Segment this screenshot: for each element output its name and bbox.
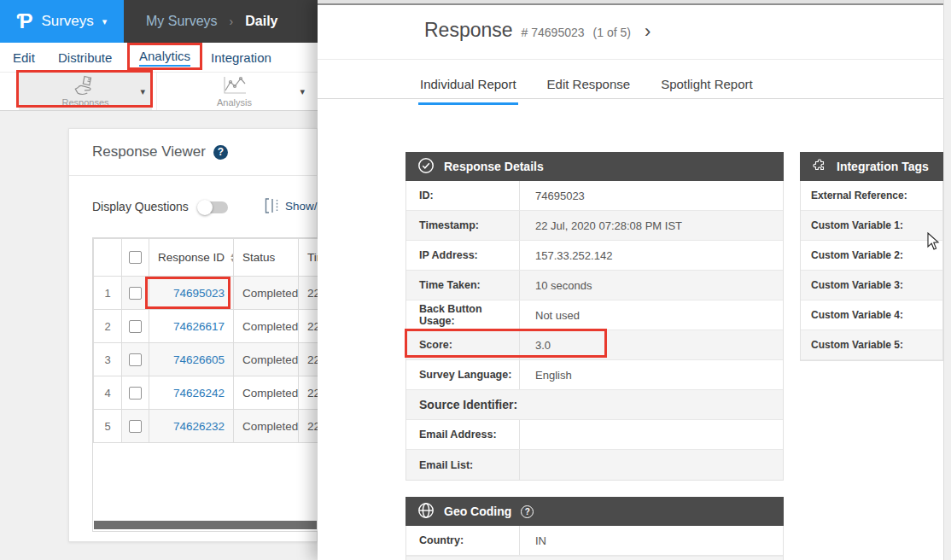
show-hide-columns-button[interactable]: Show/H xyxy=(285,200,318,213)
response-id-column-header[interactable]: Response ID▲▼ xyxy=(149,239,234,277)
response-detail-panel: Response # 74695023 (1 of 5) › Individua… xyxy=(318,0,951,560)
detail-label: ID: xyxy=(406,181,520,210)
row-checkbox-cell xyxy=(122,410,149,443)
detail-value: English xyxy=(520,369,572,382)
tag-row: Custom Variable 1: xyxy=(801,211,942,241)
panel-top-divider xyxy=(318,3,951,5)
time-cell: 22/ xyxy=(299,376,318,410)
row-checkbox[interactable] xyxy=(129,287,142,300)
response-ref: # 74695023 xyxy=(522,26,585,39)
table-row: 5 74626232 Completed 22/ xyxy=(94,410,318,443)
geo-coding-help-icon[interactable]: ? xyxy=(521,505,534,518)
detail-row: Survey Language: English xyxy=(406,360,783,390)
tag-row: Custom Variable 5: xyxy=(801,330,942,360)
surveys-menu-button[interactable]: Ƥ Surveys ▾ xyxy=(0,0,124,43)
response-id-link[interactable]: 74626242 xyxy=(149,376,234,410)
top-navigation-bar: Ƥ Surveys ▾ My Surveys › Daily xyxy=(0,0,318,43)
status-cell: Completed xyxy=(234,277,299,310)
check-circle-icon xyxy=(417,157,435,177)
detail-label: Timestamp: xyxy=(406,211,520,240)
response-viewer-help-icon[interactable]: ? xyxy=(213,145,228,160)
detail-value: 74695023 xyxy=(520,190,585,202)
tabs-divider xyxy=(318,98,951,99)
row-checkbox-cell xyxy=(122,310,149,343)
breadcrumb-separator-icon: › xyxy=(230,15,234,28)
horizontal-scrollbar[interactable] xyxy=(94,521,317,529)
select-all-checkbox-cell xyxy=(122,239,149,277)
next-response-chevron-icon[interactable]: › xyxy=(645,22,651,41)
integration-tags-title: Integration Tags xyxy=(837,160,929,173)
chevron-down-icon: ▾ xyxy=(102,17,108,26)
analytics-toolbar: ▾ Responses ▾ Analysis xyxy=(0,72,318,111)
row-number: 3 xyxy=(94,343,122,376)
response-id-link[interactable]: 74626232 xyxy=(149,410,234,443)
report-tabs: Individual Report Edit Response Spotligh… xyxy=(418,72,755,105)
row-checkbox-cell xyxy=(122,376,149,410)
breadcrumb-my-surveys[interactable]: My Surveys xyxy=(146,14,218,29)
table-row: 4 74626242 Completed 22/ xyxy=(94,376,318,410)
status-column-header: Status xyxy=(234,239,299,277)
responses-dropdown-caret-icon[interactable]: ▾ xyxy=(140,86,145,97)
tab-spotlight-report[interactable]: Spotlight Report xyxy=(659,72,755,105)
detail-row: ID: 74695023 xyxy=(406,181,783,211)
row-number: 1 xyxy=(94,277,122,310)
status-cell: Completed xyxy=(234,343,299,376)
tab-edit[interactable]: Edit xyxy=(13,43,35,72)
status-cell: Completed xyxy=(234,310,299,343)
detail-label: Email Address: xyxy=(406,420,520,449)
response-id-link[interactable]: 74626605 xyxy=(149,343,234,376)
detail-value: Not used xyxy=(520,309,580,322)
response-viewer-header: Response Viewer ? xyxy=(69,129,317,176)
vertical-scrollbar[interactable] xyxy=(943,0,951,560)
detail-value: 3.0 xyxy=(520,339,551,352)
integration-tags-section: Integration Tags External Reference: Cus… xyxy=(800,152,943,361)
surveys-menu-label: Surveys xyxy=(41,13,93,30)
row-number-header xyxy=(94,239,122,277)
response-id-link[interactable]: 74695023 xyxy=(149,277,234,310)
response-id-link[interactable]: 74626617 xyxy=(149,310,234,343)
detail-label: Country: xyxy=(406,526,520,555)
analysis-dropdown-caret-icon[interactable]: ▾ xyxy=(300,86,305,97)
display-questions-label: Display Questions xyxy=(92,200,189,213)
row-checkbox[interactable] xyxy=(129,387,142,400)
time-cell: 22/ xyxy=(299,410,318,443)
analysis-tool-button[interactable]: ▾ Analysis xyxy=(156,73,312,110)
puzzle-icon xyxy=(812,158,827,176)
responses-tool-label: Responses xyxy=(19,97,152,108)
response-details-header: Response Details xyxy=(405,152,784,181)
tab-individual-report[interactable]: Individual Report xyxy=(418,72,518,105)
row-checkbox-cell xyxy=(122,343,149,376)
table-row: 3 74626605 Completed 22/ xyxy=(94,343,318,376)
row-number: 5 xyxy=(94,410,122,443)
mouse-cursor xyxy=(927,232,940,254)
geo-coding-title: Geo Coding xyxy=(444,505,511,518)
tab-integration[interactable]: Integration xyxy=(211,43,271,72)
responses-tool-button[interactable]: ▾ Responses xyxy=(19,73,152,110)
table-row: 1 74695023 Completed 22/ xyxy=(94,277,318,310)
breadcrumb: My Surveys › Daily xyxy=(124,0,278,43)
tab-analytics[interactable]: Analytics xyxy=(139,43,190,72)
responses-table: Response ID▲▼ Status Tim 1 74695023 Comp… xyxy=(92,237,318,532)
row-number: 2 xyxy=(94,310,122,343)
select-all-checkbox[interactable] xyxy=(129,251,142,264)
sort-icon[interactable]: ▲▼ xyxy=(230,253,233,263)
tab-edit-response[interactable]: Edit Response xyxy=(546,72,633,105)
row-checkbox[interactable] xyxy=(129,320,142,333)
geo-coding-header: Geo Coding ? xyxy=(405,497,784,526)
time-cell: 22/ xyxy=(299,343,318,376)
detail-label: Survey Language: xyxy=(406,360,520,389)
detail-value: 157.33.252.142 xyxy=(520,249,612,262)
detail-row: Source Identifier: xyxy=(406,390,783,420)
integration-tags-header: Integration Tags xyxy=(800,152,943,181)
tag-row: External Reference: xyxy=(801,181,942,211)
tab-distribute[interactable]: Distribute xyxy=(58,43,112,72)
table-row: 2 74626617 Completed 22/ xyxy=(94,310,318,343)
detail-row: Time Taken: 10 seconds xyxy=(406,271,783,300)
display-questions-toggle[interactable] xyxy=(199,201,228,213)
tag-row: Custom Variable 3: xyxy=(801,271,942,300)
detail-value: 10 seconds xyxy=(520,279,592,292)
response-viewer-title: Response Viewer xyxy=(92,143,206,160)
row-checkbox[interactable] xyxy=(129,420,142,433)
row-checkbox[interactable] xyxy=(129,353,142,366)
response-viewer-card: Response Viewer ? Display Questions Show… xyxy=(68,128,318,542)
